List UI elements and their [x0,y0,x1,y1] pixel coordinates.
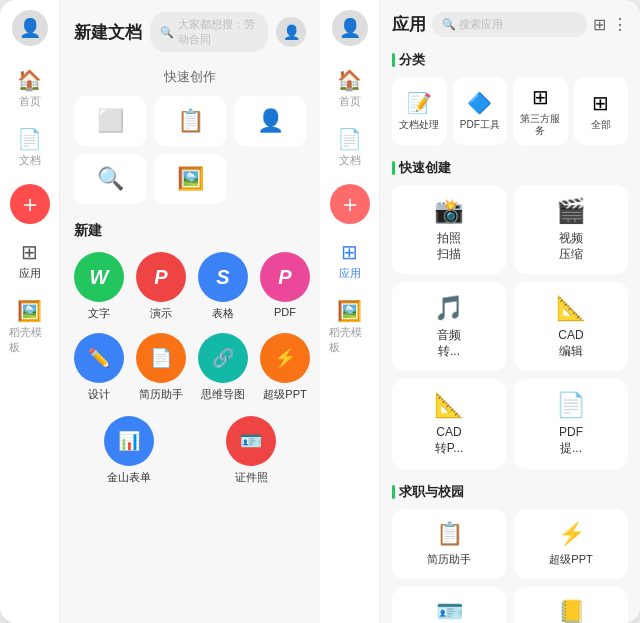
sidebar-item-doc-right[interactable]: 📄 文档 [325,121,375,174]
left-user-avatar[interactable]: 👤 [12,10,48,46]
qc-video-icon: 🎬 [556,197,586,225]
quick-create-title: 快速创作 [74,68,306,86]
app-item-mindmap[interactable]: 🔗 思维导图 [198,333,248,402]
template-icon-left: 🖼️ [17,299,42,323]
seek-label-resume: 简历助手 [427,552,471,567]
app-label-form: 金山表单 [107,470,151,485]
mindmap-icon: 🔗 [198,333,248,383]
app-label-superppt: 超级PPT [263,387,306,402]
quick-item-empty [234,154,306,204]
left-search-bar[interactable]: 🔍 大家都想搜：劳动合同 [150,12,268,52]
seek-idphoto-icon: 🪪 [436,599,463,623]
category-header: 分类 [392,51,628,69]
seek-accounting-icon: 📒 [558,599,585,623]
category-section: 分类 📝 文档处理 🔷 PDF工具 ⊞ 第三方服务 [392,51,628,145]
seek-item-idphoto[interactable]: 🪪 证件照 [392,587,506,623]
right-user-avatar[interactable]: 👤 [332,10,368,46]
seek-item-accounting[interactable]: 📒 记账 [514,587,628,623]
cat-item-thirdparty[interactable]: ⊞ 第三方服务 [513,77,568,145]
qc-label-cad-edit: CAD编辑 [558,328,583,359]
category-grid: 📝 文档处理 🔷 PDF工具 ⊞ 第三方服务 ⊞ 全部 [392,77,628,145]
cat-item-docprocess[interactable]: 📝 文档处理 [392,77,447,145]
qc-item-pdf-extract[interactable]: 📄 PDF提... [514,379,628,468]
qc-cadconvert-icon: 📐 [434,391,464,419]
pdf-icon: P [260,252,310,302]
app-item-design[interactable]: ✏️ 设计 [74,333,124,402]
app-item-ppt[interactable]: P 演示 [136,252,186,321]
ppt-icon: P [136,252,186,302]
home-icon: 🏠 [17,68,42,92]
search-icon-right: 🔍 [442,18,456,31]
scan-icon: ⬜ [97,108,124,134]
qc-item-audio[interactable]: 🎵 音频转... [392,282,506,371]
qc-item-video[interactable]: 🎬 视频压缩 [514,185,628,274]
sidebar-item-home-right[interactable]: 🏠 首页 [325,62,375,115]
app-item-sheet[interactable]: S 表格 [198,252,248,321]
qc-audio-icon: 🎵 [434,294,464,322]
qc-label-pdf-extract: PDF提... [559,425,583,456]
form-icon: 📊 [104,416,154,466]
add-button-right[interactable]: ＋ [330,184,370,224]
sidebar-item-template-left[interactable]: 🖼️ 稻壳模板 [5,293,55,361]
left-right-avatar[interactable]: 👤 [276,17,306,47]
cat-label-thirdparty: 第三方服务 [520,113,560,137]
more-icon[interactable]: ⋮ [612,15,628,34]
right-main: 应用 🔍 搜索应用 ⊞ ⋮ 分类 📝 [380,0,640,623]
qc-title: 快速创建 [399,159,451,177]
cat-label-all: 全部 [591,119,611,131]
app-item-pdf[interactable]: P PDF [260,252,310,321]
app-grid-2: 📊 金山表单 🪪 证件照 [74,416,306,485]
seek-section: 求职与校园 📋 简历助手 ⚡ 超级PPT 🪪 证件照 [392,483,628,623]
qc-item-cad-edit[interactable]: 📐 CAD编辑 [514,282,628,371]
cat-item-all[interactable]: ⊞ 全部 [574,77,629,145]
quick-item-contact[interactable]: 👤 [234,96,306,146]
cat-item-pdf[interactable]: 🔷 PDF工具 [453,77,508,145]
sheet-icon: S [198,252,248,302]
app-item-superppt[interactable]: ⚡ 超级PPT [260,333,310,402]
apps-icon-right: ⊞ [341,240,358,264]
qc-item-scan[interactable]: 📸 拍照扫描 [392,185,506,274]
sidebar-item-home-left[interactable]: 🏠 首页 [5,62,55,115]
quick-item-scan[interactable]: ⬜ [74,96,146,146]
qc-label-cad-convert: CAD转P... [435,425,463,456]
sidebar-item-doc-left[interactable]: 📄 文档 [5,121,55,174]
app-grid-main: W 文字 P 演示 S 表格 P PDF [74,252,306,402]
sidebar-label-template-right: 稻壳模板 [329,325,371,355]
sidebar-label-home-left: 首页 [19,94,41,109]
qc-item-cad-convert[interactable]: 📐 CAD转P... [392,379,506,468]
manage-icon[interactable]: ⊞ [593,15,606,34]
all-icon: ⊞ [592,91,609,115]
app-item-resume[interactable]: 📄 简历助手 [136,333,186,402]
image-icon: 🖼️ [177,166,204,192]
quick-item-search[interactable]: 🔍 [74,154,146,204]
app-item-word[interactable]: W 文字 [74,252,124,321]
app-label-pdf: PDF [274,306,296,318]
app-label-mindmap: 思维导图 [201,387,245,402]
seek-header: 求职与校园 [392,483,628,501]
app-label-word: 文字 [88,306,110,321]
seek-item-resume[interactable]: 📋 简历助手 [392,509,506,579]
cat-label-pdf: PDF工具 [460,119,500,131]
sidebar-item-apps-left[interactable]: ⊞ 应用 [5,234,55,287]
right-header: 应用 🔍 搜索应用 ⊞ ⋮ [392,12,628,37]
sidebar-item-apps-right[interactable]: ⊞ 应用 [325,234,375,287]
app-label-ppt: 演示 [150,306,172,321]
qc-bar [392,161,395,175]
quick-item-template[interactable]: 📋 [154,96,226,146]
sidebar-label-template-left: 稻壳模板 [9,325,51,355]
left-header: 新建文档 🔍 大家都想搜：劳动合同 👤 [74,12,306,52]
thirdparty-icon: ⊞ [532,85,549,109]
qc-header: 快速创建 [392,159,628,177]
seek-title: 求职与校园 [399,483,464,501]
template-icon-right: 🖼️ [337,299,362,323]
app-item-form[interactable]: 📊 金山表单 [74,416,184,485]
sidebar-item-template-right[interactable]: 🖼️ 稻壳模板 [325,293,375,361]
app-item-idphoto[interactable]: 🪪 证件照 [196,416,306,485]
add-button-left[interactable]: ＋ [10,184,50,224]
category-title: 分类 [399,51,425,69]
seek-item-superppt[interactable]: ⚡ 超级PPT [514,509,628,579]
category-bar [392,53,395,67]
quick-item-image[interactable]: 🖼️ [154,154,226,204]
right-search-bar[interactable]: 🔍 搜索应用 [432,12,587,37]
qc-label-audio: 音频转... [437,328,461,359]
